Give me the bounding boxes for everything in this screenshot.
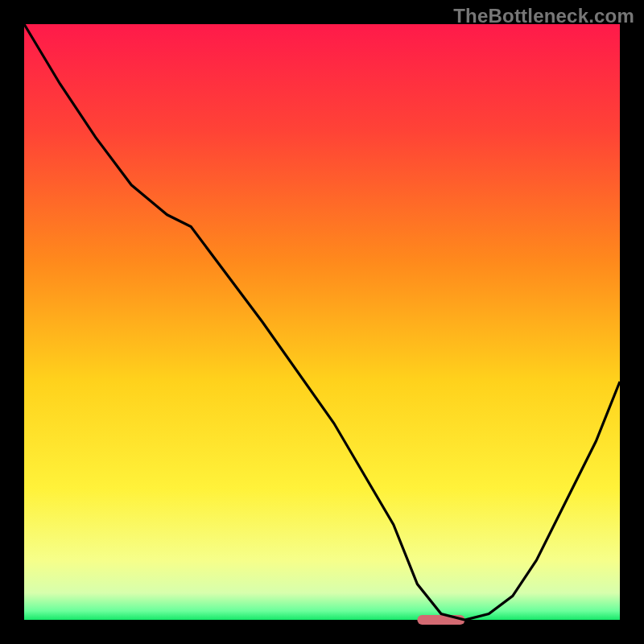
- plot-background: [24, 24, 620, 620]
- optimal-marker: [417, 615, 464, 625]
- watermark-text: TheBottleneck.com: [453, 5, 634, 27]
- bottleneck-chart: [0, 0, 644, 644]
